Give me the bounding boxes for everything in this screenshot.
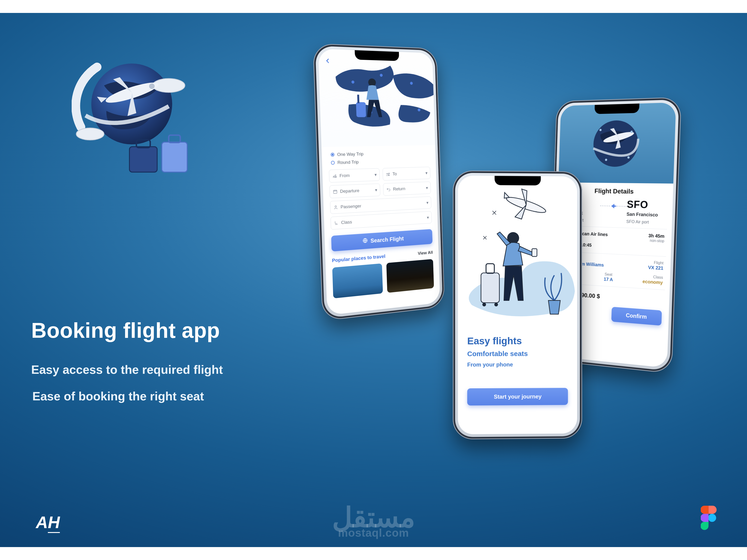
svg-rect-7 <box>162 142 187 172</box>
button-label: Confirm <box>626 312 647 320</box>
class-value: economy <box>643 279 663 286</box>
svg-rect-23 <box>481 273 499 303</box>
plane-takeoff-icon <box>332 173 337 179</box>
search-header-illustration <box>318 49 435 147</box>
return-icon <box>386 187 391 192</box>
letterbox <box>0 547 747 560</box>
svg-point-2 <box>76 128 104 140</box>
chevron-down-icon: ▾ <box>427 215 429 220</box>
svg-rect-5 <box>129 147 157 172</box>
svg-rect-17 <box>334 190 337 193</box>
to-field[interactable]: To ▾ <box>383 167 430 181</box>
stops: non-stop <box>648 238 664 243</box>
chevron-down-icon: ▾ <box>427 200 429 205</box>
svg-rect-8 <box>169 135 180 142</box>
mostaql-watermark: مستقل mostaql.com <box>332 503 415 539</box>
field-label: Passenger <box>340 203 361 210</box>
figma-icon <box>701 506 717 530</box>
hero-title: Booking flight app <box>31 318 220 343</box>
letterbox <box>0 0 747 13</box>
phone-notch <box>355 50 399 61</box>
to-city: San Francisco <box>626 211 665 218</box>
chevron-down-icon: ▾ <box>425 170 428 176</box>
field-label: Departure <box>340 188 359 194</box>
phone-notch <box>495 176 541 185</box>
passenger-field[interactable]: Passenger ▾ <box>330 196 432 214</box>
button-label: Search Flight <box>370 235 404 244</box>
confirm-button[interactable]: Confirm <box>611 307 662 326</box>
details-header-illustration <box>559 102 676 183</box>
svg-rect-22 <box>532 248 537 257</box>
return-field[interactable]: Return ▾ <box>383 182 431 196</box>
plane-landing-icon <box>386 172 390 177</box>
radio-icon <box>331 161 335 165</box>
flight-number: VX 221 <box>648 265 664 271</box>
radio-label: Round Trip <box>337 159 359 165</box>
phone-notch <box>594 104 639 114</box>
view-all-link[interactable]: View All <box>418 250 433 256</box>
svg-point-35 <box>708 514 716 522</box>
radio-icon <box>331 153 334 157</box>
chevron-down-icon: ▾ <box>375 172 377 177</box>
hero-subtitle: Easy access to the required flight <box>31 363 223 377</box>
back-icon[interactable] <box>325 57 331 65</box>
seat-icon <box>334 220 339 226</box>
svg-point-25 <box>482 303 486 306</box>
class-field[interactable]: Class ▾ <box>331 211 432 230</box>
departure-field[interactable]: Departure ▾ <box>329 183 380 198</box>
promo-slide: Booking flight app Easy access to the re… <box>0 0 747 560</box>
svg-rect-24 <box>486 264 494 273</box>
svg-point-18 <box>335 206 336 207</box>
onboarding-heading: Easy flights <box>467 336 568 347</box>
calendar-icon <box>333 189 338 194</box>
svg-rect-14 <box>356 102 366 117</box>
hero-subtitle: Ease of booking the right seat <box>32 389 204 403</box>
to-code: SFO <box>627 198 666 211</box>
svg-point-26 <box>494 303 498 306</box>
onboarding-subheading: Comfortable seats <box>467 350 568 357</box>
seat-value: 17 A <box>604 276 613 282</box>
seat-label: Seat <box>604 272 613 277</box>
chevron-down-icon: ▾ <box>375 187 377 192</box>
onboarding-illustration <box>458 176 577 333</box>
phone-mockup-onboarding: Easy flights Comfortable seats From your… <box>453 170 582 439</box>
hero-illustration <box>72 58 201 178</box>
designer-logo: AH <box>36 513 60 532</box>
person-icon <box>333 205 338 210</box>
phone-mockup-search: One Way Trip Round Trip From ▾ To ▾ <box>313 43 445 321</box>
from-field[interactable]: From ▾ <box>329 168 380 183</box>
to-port: SFO Air port <box>626 219 665 225</box>
svg-line-34 <box>617 206 627 206</box>
radio-label: One Way Trip <box>337 151 364 157</box>
button-label: Start your journey <box>494 393 542 400</box>
price-value: 90.00 $ <box>581 292 600 300</box>
field-label: To <box>392 171 397 177</box>
start-journey-button[interactable]: Start your journey <box>467 388 568 405</box>
popular-card[interactable] <box>332 263 383 298</box>
field-label: Return <box>393 186 405 192</box>
route-plane-icon <box>600 198 627 211</box>
svg-rect-15 <box>357 95 359 103</box>
popular-card[interactable] <box>386 259 434 293</box>
field-label: From <box>339 173 350 178</box>
field-label: Class <box>341 219 352 225</box>
duration: 3h 45m <box>648 233 665 239</box>
chevron-down-icon: ▾ <box>426 185 428 190</box>
globe-icon <box>362 238 368 245</box>
onboarding-tagline: From your phone <box>467 361 568 368</box>
